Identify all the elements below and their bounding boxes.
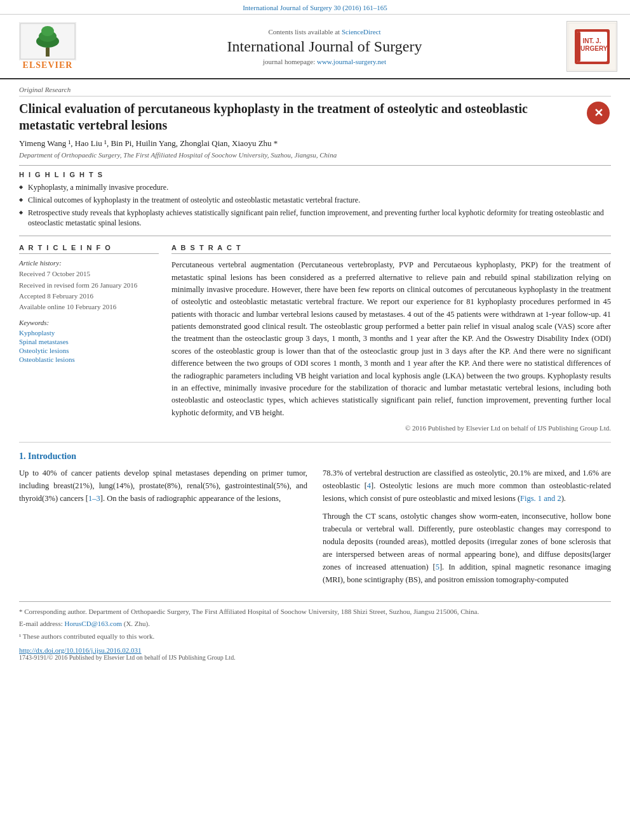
intro-body-columns: Up to 40% of cancer patients develop spi… [19,467,611,591]
journal-header: ELSEVIER Contents lists available at Sci… [0,15,630,79]
contents-line: Contents lists available at ScienceDirec… [95,28,554,36]
journal-logo-image: INT. J. SURGERY [566,21,617,72]
highlights-list: Kyphoplasty, a minimally invasive proced… [19,182,611,229]
keywords-label: Keywords: [19,319,159,326]
available-date: Available online 10 February 2016 [19,302,159,312]
crossmark: ✕ [586,100,611,126]
figs-1-2[interactable]: Figs. 1 and 2 [520,494,561,503]
journal-citation: International Journal of Surgery 30 (201… [0,0,630,15]
article-type: Original Research [19,86,611,97]
keywords-section: Keywords: Kyphoplasty Spinal metastases … [19,319,159,363]
abstract-text: Percutaneous vertebral augmentation (Per… [171,259,611,419]
article-info-abstract: A R T I C L E I N F O Article history: R… [19,244,611,432]
ijs-logo-icon: INT. J. SURGERY [568,23,616,70]
article-title-row: Clinical evaluation of percutaneous kyph… [19,100,611,133]
keyword-4: Osteoblastic lesions [19,356,159,363]
intro-left-text: Up to 40% of cancer patients develop spi… [19,467,307,505]
accepted-date: Accepted 8 February 2016 [19,291,159,301]
footnote-star: * Corresponding author. Department of Or… [19,607,611,617]
ref-1-3[interactable]: 1–3 [88,494,100,503]
highlight-item-1: Kyphoplasty, a minimally invasive proced… [19,182,611,193]
authors: Yimeng Wang ¹, Hao Liu ¹, Bin Pi, Huilin… [19,138,611,149]
main-content: Original Research Clinical evaluation of… [0,79,630,674]
article-info-label: A R T I C L E I N F O [19,244,159,254]
svg-text:INT. J.: INT. J. [582,37,601,44]
svg-rect-11 [577,32,580,62]
elsevier-tree-icon [19,22,76,60]
homepage-link[interactable]: www.journal-surgery.net [317,58,386,65]
svg-text:SURGERY: SURGERY [576,45,607,52]
received-date: Received 7 October 2015 [19,269,159,279]
elsevier-logo: ELSEVIER [13,22,83,70]
abstract-label: A B S T R A C T [171,244,611,254]
introduction-section: 1. Introduction Up to 40% of cancer pati… [19,451,611,591]
highlight-item-2: Clinical outcomes of kyphoplasty in the … [19,195,611,206]
history-title: Article history: [19,259,159,267]
revised-date: Received in revised form 26 January 2016 [19,281,159,290]
journal-title: International Journal of Surgery [95,38,554,55]
intro-heading: 1. Introduction [19,451,611,462]
issn-line: 1743-9191/© 2016 Published by Elsevier L… [19,654,611,661]
ref-4[interactable]: 4 [367,481,371,490]
keyword-1: Kyphoplasty [19,329,159,337]
intro-right-text-1: 78.3% of vertebral destruction are class… [323,467,611,505]
article-info-column: A R T I C L E I N F O Article history: R… [19,244,159,432]
article-title: Clinical evaluation of percutaneous kyph… [19,100,586,133]
keyword-2: Spinal metastases [19,338,159,345]
footnote-email-link[interactable]: HorusCD@163.com [64,620,122,627]
highlights-section: H I G H L I G H T S Kyphoplasty, a minim… [19,165,611,236]
elsevier-label: ELSEVIER [23,60,73,70]
intro-right-text-2: Through the CT scans, ostolytic changes … [323,510,611,586]
intro-right-col: 78.3% of vertebral destruction are class… [323,467,611,591]
svg-rect-1 [46,48,50,57]
svg-point-4 [41,26,54,36]
footnote-superscript: ¹ These authors contributed equally to t… [19,632,611,641]
journal-homepage: journal homepage: www.journal-surgery.ne… [95,58,554,65]
footnote-email: E-mail address: HorusCD@163.com (X. Zhu)… [19,619,611,629]
highlight-item-3: Retrospective study reveals that kyphopl… [19,208,611,229]
ref-5[interactable]: 5 [436,563,439,571]
keyword-3: Osteolytic lesions [19,347,159,354]
doi-link[interactable]: http://dx.doi.org/10.1016/j.ijsu.2016.02… [19,646,611,654]
copyright-line: © 2016 Published by Elsevier Ltd on beha… [171,424,611,432]
journal-center: Contents lists available at ScienceDirec… [83,28,566,65]
article-history: Article history: Received 7 October 2015… [19,259,159,312]
intro-left-col: Up to 40% of cancer patients develop spi… [19,467,307,591]
highlights-title: H I G H L I G H T S [19,171,611,178]
sciencedirect-link[interactable]: ScienceDirect [342,28,381,36]
section-divider [19,442,611,443]
affiliation: Department of Orthopaedic Surgery, The F… [19,151,611,159]
footnote-section: * Corresponding author. Department of Or… [19,601,611,661]
abstract-column: A B S T R A C T Percutaneous vertebral a… [171,244,611,432]
crossmark-icon: ✕ [587,102,610,124]
